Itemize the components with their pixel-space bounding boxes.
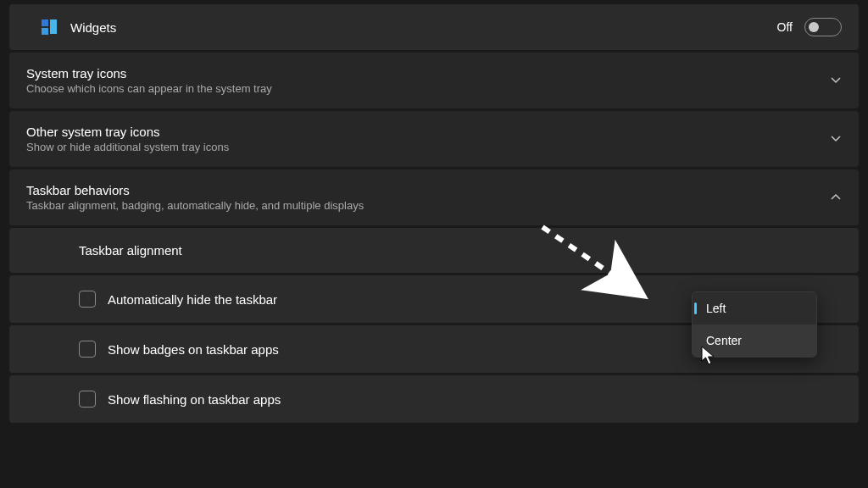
section-other-tray-icons[interactable]: Other system tray icons Show or hide add… — [9, 111, 859, 167]
auto-hide-label: Automatically hide the taskbar — [108, 292, 277, 307]
row-flashing[interactable]: Show flashing on taskbar apps — [9, 375, 859, 423]
flashing-label: Show flashing on taskbar apps — [108, 392, 281, 407]
row-taskbar-alignment[interactable]: Taskbar alignment — [9, 228, 859, 273]
other-tray-title: Other system tray icons — [26, 125, 229, 139]
system-tray-title: System tray icons — [26, 66, 272, 80]
badges-label: Show badges on taskbar apps — [108, 342, 279, 357]
behaviors-sub: Taskbar alignment, badging, automaticall… — [26, 199, 364, 212]
section-system-tray-icons[interactable]: System tray icons Choose which icons can… — [9, 53, 859, 108]
widgets-label: Widgets — [70, 20, 116, 35]
system-tray-sub: Choose which icons can appear in the sys… — [26, 82, 272, 95]
widgets-icon — [42, 19, 57, 35]
widgets-row[interactable]: Widgets Off — [9, 4, 859, 50]
taskbar-alignment-dropdown[interactable]: Left Center — [692, 291, 817, 358]
chevron-up-icon — [830, 191, 842, 203]
section-taskbar-behaviors[interactable]: Taskbar behaviors Taskbar alignment, bad… — [9, 169, 859, 225]
widgets-toggle-state: Off — [777, 20, 793, 34]
other-tray-sub: Show or hide additional system tray icon… — [26, 141, 229, 153]
taskbar-alignment-label: Taskbar alignment — [79, 243, 182, 258]
auto-hide-checkbox[interactable] — [79, 291, 96, 308]
dropdown-option-center-label: Center — [706, 334, 742, 347]
badges-checkbox[interactable] — [79, 341, 96, 358]
behaviors-title: Taskbar behaviors — [26, 183, 364, 197]
widgets-toggle[interactable] — [804, 18, 842, 36]
dropdown-option-left[interactable]: Left — [693, 292, 816, 324]
flashing-checkbox[interactable] — [79, 391, 96, 408]
chevron-down-icon — [830, 133, 842, 145]
dropdown-option-center[interactable]: Center — [693, 324, 816, 357]
chevron-down-icon — [830, 75, 842, 86]
dropdown-option-left-label: Left — [706, 302, 726, 315]
